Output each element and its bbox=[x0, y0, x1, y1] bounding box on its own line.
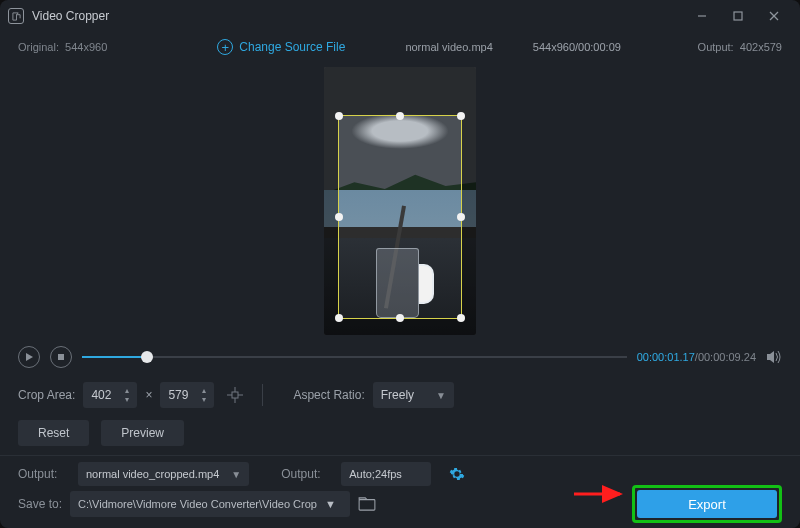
settings-gear-icon[interactable] bbox=[449, 466, 465, 482]
change-source-label: Change Source File bbox=[239, 40, 345, 54]
app-title: Video Cropper bbox=[32, 9, 109, 23]
height-up-icon[interactable]: ▴ bbox=[198, 386, 210, 395]
output-preset-value: Auto;24fps bbox=[349, 468, 402, 480]
output-file-label: Output: bbox=[18, 467, 70, 481]
center-crop-button[interactable] bbox=[222, 382, 248, 408]
export-label: Export bbox=[688, 497, 726, 512]
svg-rect-12 bbox=[359, 500, 375, 511]
original-label: Original: bbox=[18, 41, 59, 53]
crop-sep: × bbox=[145, 388, 152, 402]
crop-area-label: Crop Area: bbox=[18, 388, 75, 402]
crop-handle-tr[interactable] bbox=[457, 112, 465, 120]
aspect-ratio-label: Aspect Ratio: bbox=[293, 388, 364, 402]
stop-button[interactable] bbox=[50, 346, 72, 368]
svg-rect-1 bbox=[734, 12, 742, 20]
output-preset-label: Output: bbox=[281, 467, 333, 481]
aspect-ratio-value: Freely bbox=[381, 388, 414, 402]
timeline-slider[interactable] bbox=[82, 347, 627, 367]
chevron-down-icon: ▼ bbox=[436, 390, 446, 401]
chevron-down-icon: ▼ bbox=[231, 469, 241, 480]
crop-width-value: 402 bbox=[91, 388, 117, 402]
crop-handle-t[interactable] bbox=[396, 112, 404, 120]
save-path-field[interactable]: C:\Vidmore\Vidmore Video Converter\Video… bbox=[70, 491, 350, 517]
time-current: 00:00:01.17 bbox=[637, 351, 695, 363]
crop-handle-r[interactable] bbox=[457, 213, 465, 221]
titlebar: Video Cropper bbox=[0, 0, 800, 32]
time-display: 00:00:01.17/00:00:09.24 bbox=[637, 351, 756, 363]
timeline-knob[interactable] bbox=[141, 351, 153, 363]
app-logo-icon bbox=[8, 8, 24, 24]
width-down-icon[interactable]: ▾ bbox=[121, 395, 133, 404]
app-window: Video Cropper Original: 544x960 + Change… bbox=[0, 0, 800, 528]
save-path-value: C:\Vidmore\Vidmore Video Converter\Video… bbox=[78, 498, 317, 510]
output-label: Output: bbox=[698, 41, 734, 53]
open-folder-button[interactable] bbox=[358, 497, 376, 511]
video-preview[interactable] bbox=[324, 67, 476, 335]
crop-handle-bl[interactable] bbox=[335, 314, 343, 322]
output-filename-value: normal video_cropped.mp4 bbox=[86, 468, 219, 480]
play-button[interactable] bbox=[18, 346, 40, 368]
close-button[interactable] bbox=[756, 2, 792, 30]
export-button[interactable]: Export bbox=[637, 490, 777, 518]
height-down-icon[interactable]: ▾ bbox=[198, 395, 210, 404]
chevron-down-icon: ▼ bbox=[325, 498, 336, 510]
save-to-label: Save to: bbox=[18, 497, 62, 511]
svg-marker-4 bbox=[26, 353, 33, 361]
output-preset-field[interactable]: Auto;24fps bbox=[341, 462, 431, 486]
width-up-icon[interactable]: ▴ bbox=[121, 386, 133, 395]
action-buttons: Reset Preview bbox=[0, 415, 800, 451]
source-meta: 544x960/00:00:09 bbox=[533, 41, 621, 53]
output-row: Output: normal video_cropped.mp4 ▼ Outpu… bbox=[0, 460, 800, 488]
crop-handle-b[interactable] bbox=[396, 314, 404, 322]
preview-area bbox=[0, 62, 800, 339]
crop-handle-l[interactable] bbox=[335, 213, 343, 221]
crop-width-input[interactable]: 402 ▴▾ bbox=[83, 382, 137, 408]
original-dims: 544x960 bbox=[65, 41, 107, 53]
info-bar: Original: 544x960 + Change Source File n… bbox=[0, 32, 800, 62]
playback-bar: 00:00:01.17/00:00:09.24 bbox=[0, 339, 800, 375]
crop-handle-br[interactable] bbox=[457, 314, 465, 322]
maximize-button[interactable] bbox=[720, 2, 756, 30]
svg-marker-6 bbox=[767, 351, 774, 363]
crop-handle-tl[interactable] bbox=[335, 112, 343, 120]
export-highlight: Export bbox=[632, 485, 782, 523]
change-source-button[interactable]: + Change Source File bbox=[217, 39, 345, 55]
time-total: /00:00:09.24 bbox=[695, 351, 756, 363]
preview-button[interactable]: Preview bbox=[101, 420, 184, 446]
source-filename: normal video.mp4 bbox=[405, 41, 492, 53]
svg-rect-5 bbox=[58, 354, 64, 360]
minimize-button[interactable] bbox=[684, 2, 720, 30]
crop-height-input[interactable]: 579 ▴▾ bbox=[160, 382, 214, 408]
separator bbox=[262, 384, 263, 406]
output-dims: 402x579 bbox=[740, 41, 782, 53]
crop-controls: Crop Area: 402 ▴▾ × 579 ▴▾ Aspect Ratio:… bbox=[0, 375, 800, 415]
crop-height-value: 579 bbox=[168, 388, 194, 402]
plus-circle-icon: + bbox=[217, 39, 233, 55]
svg-rect-11 bbox=[232, 392, 238, 398]
aspect-ratio-select[interactable]: Freely ▼ bbox=[373, 382, 454, 408]
divider bbox=[0, 455, 800, 456]
volume-icon[interactable] bbox=[766, 350, 782, 364]
save-row: Save to: C:\Vidmore\Vidmore Video Conver… bbox=[0, 488, 800, 528]
output-filename-field[interactable]: normal video_cropped.mp4 ▼ bbox=[78, 462, 249, 486]
crop-rectangle[interactable] bbox=[338, 115, 462, 319]
reset-button[interactable]: Reset bbox=[18, 420, 89, 446]
